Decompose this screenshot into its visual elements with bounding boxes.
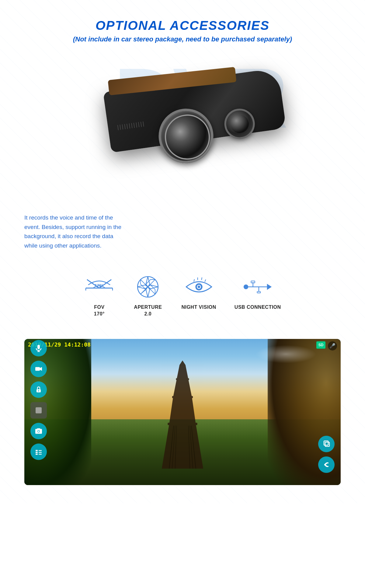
svg-marker-34 (40, 367, 42, 371)
svg-rect-30 (37, 345, 40, 349)
mic-muted-icon: 🎤 (328, 341, 337, 350)
svg-point-36 (38, 390, 39, 391)
svg-rect-46 (324, 441, 328, 445)
svg-rect-41 (36, 452, 38, 453)
page-subtitle: (Not include in car stereo package, need… (12, 35, 353, 43)
page-title: OPTIONAL ACCESSORIES (12, 18, 353, 33)
eiffel-tower (155, 359, 210, 470)
usb-icon (242, 275, 273, 299)
camera-grill (117, 120, 149, 139)
svg-line-13 (205, 280, 206, 282)
svg-rect-21 (168, 423, 197, 425)
header-section: OPTIONAL ACCESSORIES (Not include in car… (0, 0, 365, 49)
video-camera-button[interactable] (30, 361, 47, 377)
mic-button[interactable] (30, 340, 47, 356)
dvr-content (0, 55, 365, 192)
sd-card-icon: SD (316, 341, 325, 349)
camera-button[interactable] (30, 423, 47, 439)
svg-text:170°: 170° (95, 283, 103, 288)
page-wrapper: OPTIONAL ACCESSORIES (Not include in car… (0, 0, 365, 503)
svg-line-12 (201, 277, 202, 280)
menu-button[interactable] (30, 443, 47, 460)
svg-point-9 (197, 286, 200, 288)
night-vision-icon (184, 275, 214, 299)
feature-fov: 170° FOV 170° (84, 275, 114, 318)
svg-rect-40 (36, 450, 38, 451)
aperture-icon (133, 275, 163, 299)
dvr-section: DVR It records the voice and time of the… (0, 49, 365, 262)
svg-point-39 (38, 431, 40, 432)
night-vision-label: NIGHT VISION (181, 304, 216, 311)
svg-rect-37 (36, 407, 42, 413)
usb-label: USB CONNECTION (235, 304, 281, 311)
svg-rect-22 (172, 396, 193, 398)
camera-body (103, 68, 286, 153)
svg-marker-15 (267, 284, 272, 290)
svg-line-10 (194, 279, 194, 282)
screenshot-container: 2019/11/29 14:12:08 SD 🎤 (24, 339, 341, 485)
svg-rect-20 (257, 291, 261, 293)
camera-image (106, 55, 289, 192)
feature-usb: USB CONNECTION (235, 275, 281, 318)
screenshot-top-icons: SD 🎤 (316, 341, 337, 350)
feature-aperture: APERTURE 2.0 (133, 275, 163, 318)
cloud-1 (255, 345, 316, 363)
feature-night-vision: NIGHT VISION (181, 275, 216, 318)
svg-rect-33 (35, 367, 40, 371)
svg-point-16 (244, 284, 248, 289)
svg-rect-47 (325, 442, 329, 446)
camera-lens-main (155, 105, 217, 167)
lock-button[interactable] (30, 381, 47, 398)
layers-button[interactable] (318, 436, 335, 452)
svg-rect-23 (176, 378, 189, 380)
svg-rect-42 (36, 453, 38, 455)
record-indicator (30, 402, 47, 418)
aperture-label: APERTURE 2.0 (134, 304, 162, 318)
fov-label: FOV 170° (94, 304, 105, 318)
dvr-description: It records the voice and time of the eve… (24, 213, 122, 250)
camera-lens-small (222, 107, 257, 141)
screenshot-controls-right (318, 436, 335, 473)
fov-icon: 170° (84, 275, 114, 299)
features-section: 170° FOV 170° (0, 262, 365, 333)
screenshot-section: 2019/11/29 14:12:08 SD 🎤 (0, 333, 365, 503)
back-button[interactable] (318, 456, 335, 473)
svg-rect-18 (251, 281, 255, 283)
screenshot-controls-left (30, 340, 47, 460)
